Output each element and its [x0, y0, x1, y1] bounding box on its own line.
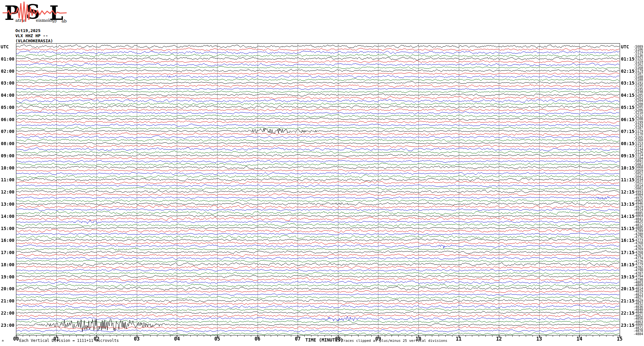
right-hour-label: 10:15	[621, 166, 634, 170]
right-hour-label: 22:15	[621, 311, 634, 315]
x-tick-label: 07	[291, 337, 304, 342]
left-hour-label: 22:00	[0, 311, 14, 315]
right-hour-label: 12:15	[621, 190, 634, 194]
x-axis-title: TIME (MINUTES)	[305, 337, 343, 342]
right-hour-label: 02:15	[621, 69, 634, 73]
right-hour-label: 11:15	[621, 177, 634, 182]
left-hour-label: 04:00	[0, 93, 14, 97]
right-hour-label: 03:15	[621, 81, 634, 85]
left-hour-label: 08:00	[0, 141, 14, 146]
left-hour-label: 02:00	[0, 69, 14, 73]
x-tick-label: 04	[170, 337, 183, 342]
vertical-division-note: Each Vertical Division = 1111+11 microvo…	[19, 338, 119, 343]
left-hour-label: 23:00	[0, 323, 14, 327]
left-axis-utc-label: UTC	[1, 45, 9, 49]
left-hour-label: 14:00	[0, 214, 14, 218]
right-hour-label: 19:15	[621, 275, 634, 279]
left-hour-label: 06:00	[0, 117, 14, 122]
clip-note: Traces clipped at plus/minus 25 vertical…	[341, 339, 447, 343]
left-hour-label: 03:00	[0, 81, 14, 85]
x-tick-label: 13	[533, 337, 546, 342]
helicorder-page: P S L atras eismology ab Oct19,2025 VLX …	[0, 0, 644, 346]
left-hour-label: 18:00	[0, 262, 14, 267]
right-hour-label: 13:15	[621, 202, 634, 206]
x-tick-label: 11	[452, 337, 465, 342]
right-hour-label: 18:15	[621, 262, 634, 267]
right-hour-label: 04:15	[621, 93, 634, 97]
right-hour-label: 07:15	[621, 129, 634, 134]
row-offset-value: -4884	[633, 333, 643, 336]
left-hour-label: 21:00	[0, 299, 14, 303]
left-hour-label: 09:00	[0, 153, 14, 158]
left-hour-label: 20:00	[0, 286, 14, 291]
left-hour-label: 19:00	[0, 275, 14, 279]
right-hour-label: 05:15	[621, 105, 634, 110]
right-hour-label: 15:15	[621, 226, 634, 231]
right-hour-label: 14:15	[621, 214, 634, 218]
x-tick-label: 12	[492, 337, 505, 342]
right-hour-label: 16:15	[621, 238, 634, 243]
left-hour-label: 17:00	[0, 250, 14, 255]
x-tick-label: 06	[251, 337, 264, 342]
helicorder-plot-canvas	[0, 0, 644, 346]
right-hour-label: 01:15	[621, 57, 634, 61]
left-hour-label: 05:00	[0, 105, 14, 110]
right-hour-label: 08:15	[621, 141, 634, 146]
right-hour-label: 17:15	[621, 250, 634, 255]
x-tick-label: 05	[211, 337, 224, 342]
left-hour-label: 12:00	[0, 190, 14, 194]
x-tick-label: 14	[573, 337, 586, 342]
left-hour-label: 10:00	[0, 166, 14, 170]
right-hour-label: 21:15	[621, 299, 634, 303]
x-tick-label: 03	[130, 337, 143, 342]
left-hour-label: 11:00	[0, 177, 14, 182]
right-hour-label: 06:15	[621, 117, 634, 122]
left-hour-label: 15:00	[0, 226, 14, 231]
left-hour-label: 07:00	[0, 129, 14, 134]
left-hour-label: 01:00	[0, 57, 14, 61]
left-hour-label: 16:00	[0, 238, 14, 243]
micro-squiggle-icon: ʍ	[2, 339, 4, 342]
right-hour-label: 09:15	[621, 153, 634, 158]
x-tick-label: 15	[613, 337, 626, 342]
right-axis-utc-label: UTC	[621, 45, 629, 49]
right-hour-label: 23:15	[621, 323, 634, 327]
left-hour-label: 13:00	[0, 202, 14, 206]
right-hour-label: 20:15	[621, 286, 634, 291]
